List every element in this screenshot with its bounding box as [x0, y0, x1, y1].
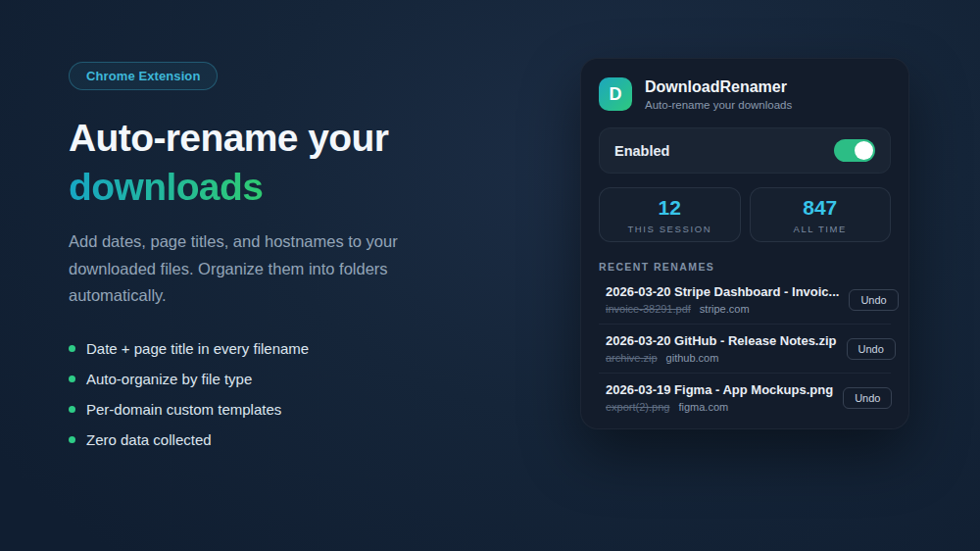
feature-item: Date + page title in every filename: [69, 340, 470, 357]
rename-text-block: 2026-03-20 Stripe Dashboard - Invoic... …: [606, 284, 839, 315]
feature-item: Per-domain custom templates: [69, 401, 470, 418]
rename-old-name: invoice-38291.pdf: [606, 303, 691, 315]
rename-host: stripe.com: [700, 303, 750, 315]
stat-this-session: 12 THIS SESSION: [599, 187, 741, 242]
bullet-dot-icon: [69, 436, 75, 443]
rename-item: 2026-03-20 Stripe Dashboard - Invoic... …: [599, 276, 891, 324]
feature-label: Per-domain custom templates: [86, 401, 281, 418]
rename-meta: invoice-38291.pdfstripe.com: [606, 303, 839, 315]
rename-new-name: 2026-03-20 Stripe Dashboard - Invoic...: [606, 284, 839, 299]
popup-header: D DownloadRenamer Auto-rename your downl…: [599, 77, 891, 111]
title-line-2: downloads: [69, 166, 263, 208]
undo-button[interactable]: Undo: [847, 338, 896, 360]
bullet-dot-icon: [69, 406, 75, 413]
app-title-block: DownloadRenamer Auto-rename your downloa…: [645, 78, 792, 111]
bullet-dot-icon: [69, 345, 75, 352]
undo-button[interactable]: Undo: [843, 387, 892, 409]
bullet-dot-icon: [69, 376, 75, 382]
rename-item: 2026-03-20 GitHub - Release Notes.zip ar…: [599, 324, 891, 373]
app-icon: D: [599, 77, 632, 111]
stat-value: 12: [659, 196, 681, 220]
recent-renames-list: 2026-03-20 Stripe Dashboard - Invoic... …: [599, 276, 891, 422]
feature-item: Auto-organize by file type: [69, 371, 470, 387]
rename-host: figma.com: [678, 401, 728, 413]
enabled-toggle[interactable]: [834, 139, 875, 162]
rename-new-name: 2026-03-20 GitHub - Release Notes.zip: [606, 333, 837, 348]
app-name: DownloadRenamer: [645, 78, 792, 96]
stat-label: THIS SESSION: [627, 224, 711, 234]
enabled-label: Enabled: [614, 143, 669, 159]
app-tagline: Auto-rename your downloads: [645, 99, 792, 111]
page-title: Auto-rename yourdownloads: [69, 114, 470, 212]
rename-item: 2026-03-19 Figma - App Mockups.png expor…: [599, 373, 891, 422]
hero-section: Chrome Extension Auto-rename yourdownloa…: [69, 62, 470, 462]
rename-meta: archive.zipgithub.com: [606, 352, 837, 364]
rename-new-name: 2026-03-19 Figma - App Mockups.png: [606, 382, 833, 397]
feature-label: Date + page title in every filename: [86, 340, 309, 357]
rename-meta: export(2).pngfigma.com: [606, 401, 833, 413]
rename-text-block: 2026-03-20 GitHub - Release Notes.zip ar…: [606, 333, 837, 364]
stat-value: 847: [803, 196, 837, 220]
enabled-row[interactable]: Enabled: [599, 127, 891, 174]
undo-button[interactable]: Undo: [849, 289, 898, 311]
extension-popup-card: D DownloadRenamer Auto-rename your downl…: [580, 58, 909, 429]
toggle-knob: [855, 141, 873, 160]
feature-item: Zero data collected: [69, 431, 470, 448]
stat-label: ALL TIME: [793, 224, 847, 234]
chrome-extension-badge: Chrome Extension: [69, 62, 218, 90]
stat-all-time: 847 ALL TIME: [750, 187, 892, 242]
feature-label: Auto-organize by file type: [86, 371, 252, 387]
recent-renames-heading: RECENT RENAMES: [599, 261, 891, 273]
rename-old-name: archive.zip: [606, 352, 658, 364]
app-icon-letter: D: [610, 84, 622, 105]
feature-label: Zero data collected: [86, 431, 212, 448]
stats-row: 12 THIS SESSION 847 ALL TIME: [599, 187, 891, 242]
rename-host: github.com: [666, 352, 719, 364]
page-description: Add dates, page titles, and hostnames to…: [69, 228, 429, 310]
feature-list: Date + page title in every filename Auto…: [69, 340, 470, 448]
title-line-1: Auto-rename your: [69, 117, 388, 159]
rename-old-name: export(2).png: [606, 401, 669, 413]
rename-text-block: 2026-03-19 Figma - App Mockups.png expor…: [606, 382, 833, 413]
